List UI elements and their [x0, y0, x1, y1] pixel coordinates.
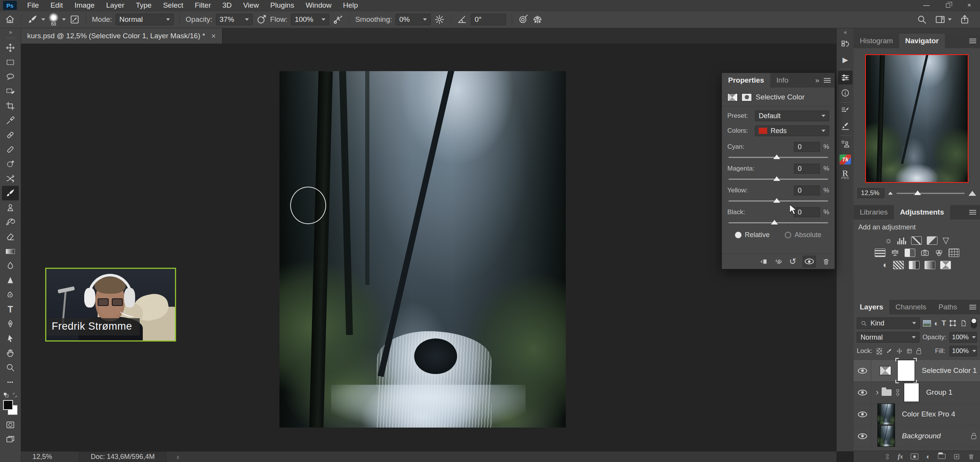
zoom-in-icon[interactable] [969, 191, 976, 196]
tab-channels[interactable]: Channels [889, 300, 932, 314]
layer-name[interactable]: Color Efex Pro 4 [902, 410, 955, 418]
visibility-cell[interactable] [854, 382, 871, 403]
layer-name[interactable]: Background [902, 432, 941, 440]
pen-tool[interactable] [2, 317, 19, 331]
filter-type-layers-icon[interactable]: T [942, 319, 946, 327]
clip-to-layer-icon[interactable] [760, 257, 768, 266]
slider-thumb[interactable] [771, 220, 778, 224]
smoothing-options-gear-icon[interactable] [434, 14, 445, 25]
close-button[interactable]: × [959, 0, 980, 11]
filter-shape-layers-icon[interactable] [949, 319, 957, 327]
symmetry-butterfly-icon[interactable] [532, 14, 543, 25]
view-previous-state-icon[interactable] [774, 257, 783, 266]
slider-thumb[interactable] [773, 176, 780, 181]
brush-preset-chevron-icon[interactable] [62, 18, 66, 21]
home-icon[interactable] [5, 14, 15, 25]
tab-adjustments[interactable]: Adjustments [894, 205, 950, 220]
workspace-switcher[interactable] [935, 14, 952, 25]
clone-stamp-tool[interactable] [2, 200, 19, 215]
preset-select[interactable]: Default [755, 111, 829, 121]
fill-select[interactable]: 100% [949, 346, 977, 356]
visibility-toggle[interactable] [802, 255, 816, 268]
type-tool[interactable]: T [2, 302, 19, 317]
restore-button[interactable] [937, 0, 959, 11]
brush-tool-icon[interactable] [27, 14, 38, 25]
magenta-input[interactable]: 0 [794, 164, 820, 174]
collapse-panel-icon[interactable]: » [815, 76, 819, 85]
menu-type[interactable]: Type [130, 0, 157, 11]
delete-adjustment-icon[interactable] [822, 258, 830, 265]
filter-pixel-layers-icon[interactable] [923, 320, 931, 327]
slider-thumb[interactable] [773, 155, 780, 159]
colors-select[interactable]: Reds [755, 125, 829, 136]
swap-colors-icon[interactable] [3, 392, 18, 399]
hue-saturation-icon[interactable] [875, 249, 885, 257]
eye-icon[interactable] [858, 412, 867, 417]
pressure-size-icon[interactable] [518, 14, 529, 25]
hand-tool[interactable] [2, 346, 19, 360]
toolbar-collapse-icon[interactable]: » [9, 28, 12, 36]
actions-panel-icon[interactable]: ▶ [838, 53, 853, 67]
panel-menu-icon[interactable] [969, 212, 976, 213]
layer-row-selective-color[interactable]: Selective Color 1 [854, 360, 980, 382]
tk-panel-icon[interactable]: Tk [838, 153, 853, 166]
mode-select[interactable]: Normal [116, 14, 174, 25]
expand-group-icon[interactable]: › [876, 387, 879, 397]
channel-mixer-icon[interactable] [934, 248, 944, 257]
lock-position-icon[interactable] [897, 348, 902, 355]
panel-menu-icon[interactable] [824, 80, 831, 81]
posterize-icon[interactable] [893, 261, 904, 269]
color-swatches[interactable] [2, 400, 19, 418]
healing-brush-tool[interactable] [2, 142, 19, 157]
visibility-cell[interactable] [854, 360, 871, 381]
slider-thumb[interactable] [914, 190, 921, 195]
content-aware-move-tool[interactable] [2, 171, 19, 186]
zoom-level-field[interactable]: 12,5% [33, 453, 52, 461]
brush-preset-picker[interactable]: 68 [49, 13, 59, 26]
menu-edit[interactable]: Edit [45, 0, 69, 11]
tab-histogram[interactable]: Histogram [854, 34, 899, 48]
navigator-preview[interactable] [865, 54, 969, 183]
menu-file[interactable]: File [21, 0, 45, 11]
vibrance-icon[interactable]: ▽ [942, 236, 949, 245]
search-icon[interactable] [916, 14, 927, 25]
blend-mode-select[interactable]: Normal [857, 332, 920, 343]
flow-select[interactable]: 100% [291, 14, 329, 25]
strip-collapse-icon[interactable]: « [844, 28, 847, 36]
menu-view[interactable]: View [237, 0, 265, 11]
filter-toggle[interactable] [971, 318, 977, 329]
menu-3d[interactable]: 3D [217, 0, 237, 11]
layer-filter-select[interactable]: Kind [857, 317, 920, 329]
remove-tool[interactable] [2, 157, 19, 171]
gradient-map-icon[interactable] [924, 261, 935, 269]
spot-healing-brush-tool[interactable] [2, 128, 19, 142]
document-image[interactable] [279, 71, 566, 428]
tab-properties[interactable]: Properties [722, 73, 770, 88]
toolbar-grip[interactable] [5, 37, 15, 39]
color-balance-icon[interactable] [890, 248, 900, 257]
layer-thumbnail[interactable] [877, 403, 895, 425]
link-layers-icon[interactable] [885, 453, 890, 460]
lock-artboard-icon[interactable] [906, 348, 912, 355]
foreground-color-swatch[interactable] [3, 400, 13, 410]
lock-pixels-icon[interactable] [886, 348, 892, 355]
layer-name[interactable]: Group 1 [926, 388, 952, 397]
new-layer-icon[interactable] [953, 453, 960, 460]
yellow-input[interactable]: 0 [794, 185, 820, 195]
panel-menu-icon[interactable] [969, 41, 976, 41]
layer-thumbnail[interactable] [877, 425, 895, 447]
selective-color-icon[interactable] [940, 261, 951, 269]
menu-select[interactable]: Select [157, 0, 189, 11]
color-lookup-icon[interactable] [949, 249, 959, 257]
new-adjustment-icon[interactable]: ◐ [926, 453, 930, 460]
raya-pro-panel-icon[interactable]: RPRO [838, 168, 853, 182]
brightness-contrast-icon[interactable]: ☼ [885, 236, 892, 245]
new-group-icon[interactable] [938, 454, 946, 459]
opacity-select[interactable]: 37% [216, 14, 253, 25]
smudge-tool[interactable] [2, 288, 19, 302]
filter-smart-objects-icon[interactable] [960, 319, 967, 327]
magenta-slider[interactable] [728, 179, 828, 180]
panel-menu-icon[interactable] [969, 307, 976, 307]
layer-effects-icon[interactable]: fx [898, 453, 903, 460]
history-brush-tool[interactable] [2, 215, 19, 229]
